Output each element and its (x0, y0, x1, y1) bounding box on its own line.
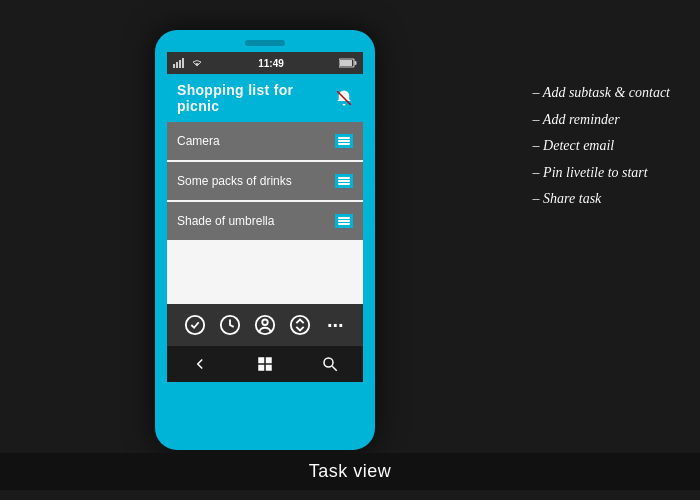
task-list: Camera Some packs of drinks (167, 122, 363, 304)
search-icon[interactable] (321, 355, 339, 374)
phone-screen: 11:49 Shopping list for picnic (167, 52, 363, 382)
task-handle-0[interactable] (335, 134, 353, 148)
svg-rect-1 (176, 62, 178, 68)
signal-icon (173, 58, 187, 69)
windows-nav (167, 346, 363, 382)
svg-rect-3 (182, 58, 184, 68)
task-label-1: Some packs of drinks (177, 174, 292, 188)
svg-rect-2 (179, 60, 181, 68)
status-time: 11:49 (258, 58, 284, 69)
phone: 11:49 Shopping list for picnic (155, 30, 375, 450)
wifi-icon (191, 58, 203, 69)
task-item-1[interactable]: Some packs of drinks (167, 162, 363, 200)
nav-more-icon[interactable]: ··· (321, 311, 349, 339)
nav-calendar-icon[interactable] (216, 311, 244, 339)
task-label-2: Shade of umbrella (177, 214, 274, 228)
svg-line-18 (333, 367, 338, 372)
svg-rect-0 (173, 64, 175, 68)
svg-rect-16 (266, 365, 272, 371)
annotation: – Add subtask & contact – Add reminder –… (533, 80, 670, 213)
footer-label: Task view (0, 453, 700, 490)
back-icon[interactable] (191, 355, 209, 374)
svg-point-17 (324, 358, 333, 367)
bell-muted-icon (335, 89, 353, 108)
battery-icon (339, 58, 357, 69)
svg-rect-13 (258, 358, 264, 364)
annotation-item-1: – Add reminder (533, 107, 670, 134)
status-icons (173, 58, 203, 69)
status-bar: 11:49 (167, 52, 363, 74)
windows-icon[interactable] (256, 355, 274, 374)
svg-rect-15 (258, 365, 264, 371)
bottom-nav: ··· (167, 304, 363, 346)
task-label-0: Camera (177, 134, 220, 148)
svg-point-11 (262, 320, 268, 326)
scene: 11:49 Shopping list for picnic (0, 0, 700, 500)
annotation-item-0: – Add subtask & contact (533, 80, 670, 107)
svg-rect-14 (266, 358, 272, 364)
svg-rect-5 (354, 61, 356, 65)
annotation-item-4: – Share task (533, 186, 670, 213)
svg-rect-6 (340, 60, 352, 66)
task-item-2[interactable]: Shade of umbrella (167, 202, 363, 240)
nav-person-icon[interactable] (251, 311, 279, 339)
nav-check-icon[interactable] (181, 311, 209, 339)
task-handle-2[interactable] (335, 214, 353, 228)
annotation-item-3: – Pin livetile to start (533, 160, 670, 187)
task-handle-1[interactable] (335, 174, 353, 188)
title-bar: Shopping list for picnic (167, 74, 363, 122)
annotation-item-2: – Detect email (533, 133, 670, 160)
phone-speaker (245, 40, 285, 46)
task-item-0[interactable]: Camera (167, 122, 363, 160)
nav-sync-icon[interactable] (286, 311, 314, 339)
app-title: Shopping list for picnic (177, 82, 335, 114)
svg-point-8 (185, 316, 203, 334)
